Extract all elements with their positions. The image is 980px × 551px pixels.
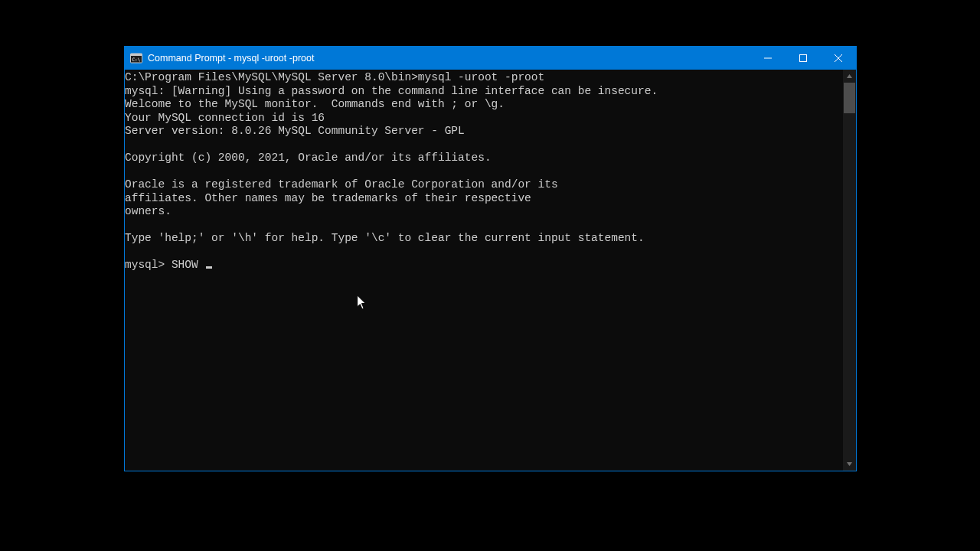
scroll-down-button[interactable] [843, 458, 856, 471]
window-controls [750, 47, 856, 70]
command-prompt-window: C:\ Command Prompt - mysql -uroot -proot [124, 46, 857, 471]
terminal-line: Server version: 8.0.26 MySQL Community S… [125, 125, 843, 139]
svg-text:C:\: C:\ [132, 57, 141, 62]
terminal-line: Welcome to the MySQL monitor. Commands e… [125, 98, 843, 112]
terminal-line: affiliates. Other names may be trademark… [125, 192, 843, 206]
terminal-line [125, 219, 843, 233]
current-input[interactable]: SHOW [172, 259, 205, 271]
terminal-line: Oracle is a registered trademark of Orac… [125, 178, 843, 192]
terminal-line: Your MySQL connection id is 16 [125, 112, 843, 126]
terminal-line [125, 139, 843, 152]
terminal-line: Type 'help;' or '\h' for help. Type '\c'… [125, 232, 843, 246]
window-title: Command Prompt - mysql -uroot -proot [148, 53, 750, 64]
text-cursor [206, 266, 212, 269]
terminal-line: mysql: [Warning] Using a password on the… [125, 85, 843, 99]
svg-rect-4 [800, 55, 807, 62]
scroll-up-button[interactable] [843, 70, 856, 83]
scroll-track[interactable] [843, 83, 856, 458]
cmd-icon: C:\ [130, 52, 142, 64]
svg-rect-1 [131, 54, 142, 56]
terminal-prompt-line[interactable]: mysql> SHOW [125, 259, 843, 272]
terminal-line [125, 165, 843, 179]
terminal-line [125, 246, 843, 259]
terminal-output[interactable]: C:\Program Files\MySQL\MySQL Server 8.0\… [125, 70, 843, 471]
client-area: C:\Program Files\MySQL\MySQL Server 8.0\… [125, 70, 856, 471]
mysql-prompt: mysql> [125, 259, 172, 271]
terminal-line: owners. [125, 205, 843, 219]
titlebar[interactable]: C:\ Command Prompt - mysql -uroot -proot [125, 47, 856, 70]
vertical-scrollbar[interactable] [843, 70, 856, 471]
close-button[interactable] [821, 47, 856, 70]
scroll-thumb[interactable] [844, 83, 855, 113]
terminal-line: C:\Program Files\MySQL\MySQL Server 8.0\… [125, 71, 843, 85]
maximize-button[interactable] [786, 47, 821, 70]
minimize-button[interactable] [750, 47, 786, 70]
terminal-line: Copyright (c) 2000, 2021, Oracle and/or … [125, 152, 843, 165]
